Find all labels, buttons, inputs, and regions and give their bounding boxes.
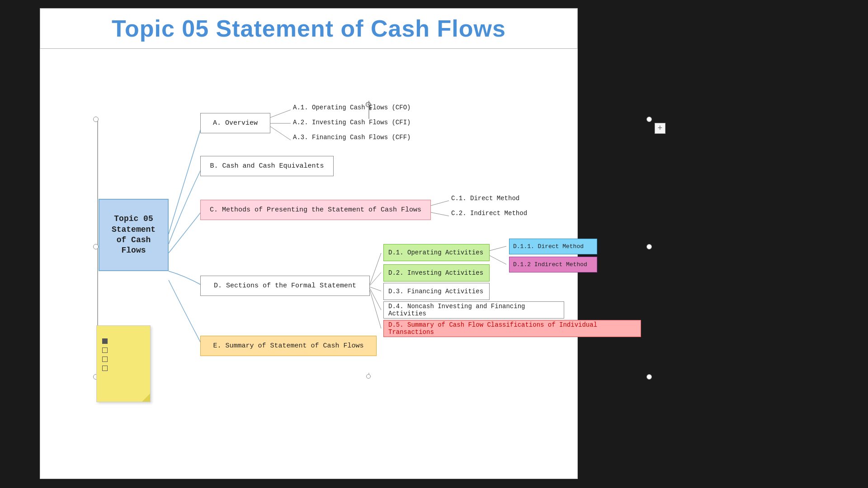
svg-line-0 [270,110,291,117]
branch-b-cash[interactable]: B. Cash and Cash Equivalents [200,156,334,176]
sub-a1: A.1. Operating Cash Flows (CFO) [293,104,410,111]
checkbox-1[interactable] [102,338,108,344]
svg-line-3 [431,201,449,206]
central-node-label: Topic 05Statementof CashFlows [112,214,156,256]
checkbox-2[interactable] [102,347,108,353]
handle-mid-right[interactable] [646,244,652,249]
d4-noncash[interactable]: D.4. Noncash Investing and Financing Act… [383,301,564,319]
branch-c-methods[interactable]: C. Methods of Presenting the Statement o… [200,200,431,220]
branch-c-label: C. Methods of Presenting the Statement o… [210,206,421,214]
d2-investing[interactable]: D.2. Investing Activities [383,264,490,282]
checklist-item-1[interactable] [102,338,146,344]
central-node[interactable]: Topic 05Statementof CashFlows [99,199,169,271]
sub-c1: C.1. Direct Method [451,195,519,202]
checklist [102,338,146,371]
handle-top-left[interactable] [93,117,99,122]
mindmap-area: ⚙ + Topic 05Statementof CashFlows A. Ove… [40,50,607,474]
sub-a2: A.2. Investing Cash Flows (CFI) [293,119,410,126]
d11-direct-method[interactable]: D.1.1. Direct Method [509,239,597,254]
page-title: Topic 05 Statement of Cash Flows [49,15,568,42]
title-box: Topic 05 Statement of Cash Flows [40,8,578,49]
handle-bottom-center[interactable] [366,374,371,379]
d5-summary[interactable]: D.5. Summary of Cash Flow Classification… [383,320,641,337]
svg-line-9 [370,290,381,328]
svg-line-5 [370,253,381,285]
svg-line-11 [489,255,506,264]
d3-financing[interactable]: D.3. Financing Activities [383,283,490,300]
checklist-item-4[interactable] [102,366,146,371]
checklist-item-2[interactable] [102,347,146,353]
handle-top-right[interactable] [646,117,652,122]
handle-mid-left[interactable] [93,244,99,249]
sub-a3: A.3. Financing Cash Flows (CFF) [293,134,410,141]
plus-button[interactable]: + [655,123,665,134]
branch-d-sections[interactable]: D. Sections of the Formal Statement [200,276,370,296]
branch-b-label: B. Cash and Cash Equivalents [210,162,324,170]
branch-a-overview[interactable]: A. Overview [200,113,270,133]
notepad-fold [142,394,150,402]
branch-e-summary[interactable]: E. Summary of Statement of Cash Flows [200,336,377,356]
checklist-item-3[interactable] [102,357,146,362]
svg-line-6 [370,272,381,286]
svg-line-4 [431,212,449,216]
checkbox-4[interactable] [102,366,108,371]
svg-line-10 [489,246,506,251]
checkbox-3[interactable] [102,357,108,362]
notepad-widget: 🧑 [96,325,151,402]
branch-e-label: E. Summary of Statement of Cash Flows [213,342,363,350]
svg-line-2 [270,127,291,140]
svg-line-7 [370,287,381,291]
d12-indirect-method[interactable]: D.1.2 Indirect Method [509,257,597,272]
svg-line-8 [370,288,381,310]
branch-d-label: D. Sections of the Formal Statement [214,282,356,290]
d1-operating[interactable]: D.1. Operating Activities [383,244,490,261]
sub-c2: C.2. Indirect Method [451,210,527,217]
branch-a-label: A. Overview [213,119,258,127]
handle-bottom-right[interactable] [646,374,652,380]
